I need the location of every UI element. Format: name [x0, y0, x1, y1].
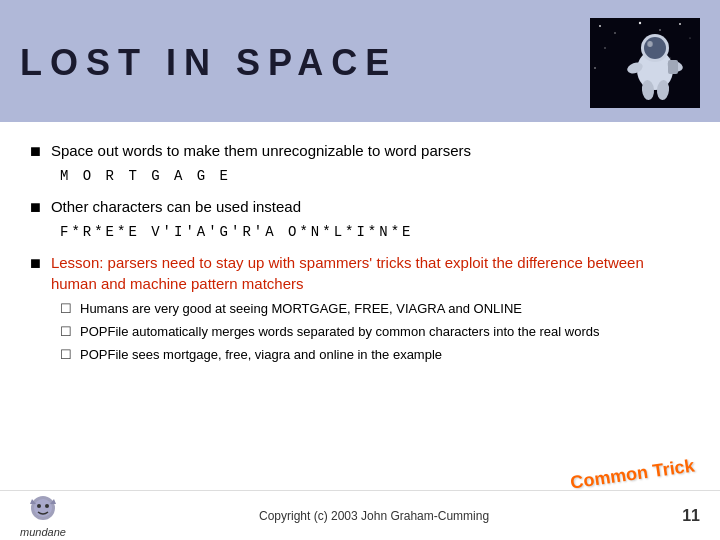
svg-point-3 [639, 22, 641, 24]
sub-bullet-text-2: POPFile automatically merges words separ… [80, 323, 600, 341]
sub-bullet-text-1: Humans are very good at seeing MORTGAGE,… [80, 300, 522, 318]
astronaut-image [590, 18, 700, 108]
bullet-text-1: Space out words to make them unrecogniza… [51, 140, 471, 161]
slide-title: LOST IN SPACE [20, 42, 397, 84]
svg-point-23 [45, 504, 49, 508]
main-content: ■ Space out words to make them unrecogni… [0, 122, 720, 387]
mundane-logo-graphic [24, 494, 62, 526]
svg-point-12 [644, 37, 666, 59]
sub-bullet-1: ☐ Humans are very good at seeing MORTGAG… [60, 300, 690, 318]
svg-point-1 [599, 25, 601, 27]
bullet-dot-2: ■ [30, 197, 41, 218]
svg-rect-18 [668, 60, 678, 74]
header-bar: LOST IN SPACE [0, 0, 720, 122]
footer-brand-name: mundane [20, 526, 66, 538]
sub-bullets: ☐ Humans are very good at seeing MORTGAG… [60, 300, 690, 365]
code-obfuscated: F*R*E*E V'I'A'G'R'A O*N*L*I*N*E [60, 224, 690, 240]
svg-point-8 [594, 67, 596, 69]
lesson-text: Lesson: parsers need to stay up with spa… [51, 252, 690, 294]
svg-point-22 [37, 504, 41, 508]
footer-copyright: Copyright (c) 2003 John Graham-Cumming [259, 509, 489, 523]
footer-page-number: 11 [682, 507, 700, 525]
svg-point-4 [659, 29, 661, 31]
common-trick-label: Common Trick [569, 455, 696, 493]
bullet-dot-1: ■ [30, 141, 41, 162]
footer: mundane Copyright (c) 2003 John Graham-C… [0, 490, 720, 540]
svg-point-19 [648, 41, 652, 47]
svg-point-6 [689, 37, 690, 38]
bullet-dot-3: ■ [30, 253, 41, 274]
slide: LOST IN SPACE [0, 0, 720, 540]
bullet-3: ■ Lesson: parsers need to stay up with s… [30, 252, 690, 365]
checkbox-icon-2: ☐ [60, 324, 72, 339]
svg-point-7 [604, 47, 605, 48]
footer-logo: mundane [20, 494, 66, 538]
sub-bullet-3: ☐ POPFile sees mortgage, free, viagra an… [60, 346, 690, 364]
checkbox-icon-3: ☐ [60, 347, 72, 362]
sub-bullet-2: ☐ POPFile automatically merges words sep… [60, 323, 690, 341]
sub-bullet-text-3: POPFile sees mortgage, free, viagra and … [80, 346, 442, 364]
bullet-2: ■ Other characters can be used instead F… [30, 196, 690, 240]
bullet-1: ■ Space out words to make them unrecogni… [30, 140, 690, 184]
code-mortgage: M O R T G A G E [60, 168, 690, 184]
svg-point-5 [679, 23, 681, 25]
checkbox-icon-1: ☐ [60, 301, 72, 316]
svg-point-2 [614, 32, 616, 34]
bullet-text-2: Other characters can be used instead [51, 196, 301, 217]
